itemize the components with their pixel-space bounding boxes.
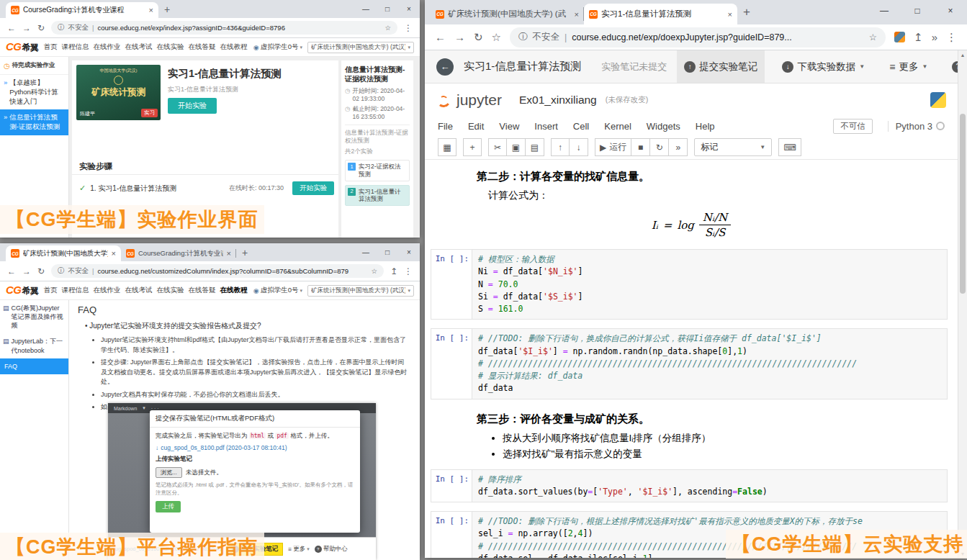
experiment-list-item[interactable]: 2实习1-信息量计算法预测 — [345, 185, 410, 206]
reload-icon[interactable]: ↻ — [37, 23, 45, 33]
share-icon[interactable]: ↥ — [914, 31, 923, 44]
url-field[interactable]: ⓘ 不安全 | course.educg.net/exp/index.jsp?a… — [51, 21, 397, 35]
maximize-button[interactable]: □ — [377, 243, 398, 261]
paste-cell-button[interactable]: ▤ — [526, 138, 544, 156]
code-cell[interactable]: In [ ]:# //TODO: 删除下行语句，换成你自己的计算公式，获得Ii值… — [431, 328, 948, 399]
scrollbar-thumb[interactable] — [960, 114, 966, 294]
back-icon[interactable]: ← — [435, 31, 446, 43]
nav-item[interactable]: 在线教程 — [220, 286, 248, 295]
save-button[interactable]: ▦ — [438, 138, 456, 156]
nav-item[interactable]: 在线实验 — [157, 42, 184, 52]
nav-item[interactable]: 在线作业 — [94, 42, 121, 52]
scrollbar[interactable]: ▲ ▼ — [958, 50, 967, 558]
nav-item[interactable]: 在线作业 — [94, 286, 121, 295]
reload-icon[interactable]: ↻ — [37, 266, 45, 276]
browse-button[interactable]: 浏览... — [156, 467, 182, 478]
code-cell[interactable]: In [ ]:# 降序排序df_data.sort_values(by=['Ty… — [431, 469, 948, 503]
menu-cell[interactable]: Cell — [573, 121, 589, 132]
more-menu[interactable]: ≡更多▼ — [882, 50, 935, 83]
nav-item[interactable]: 在线答疑 — [189, 42, 216, 52]
back-icon[interactable]: ← — [7, 266, 16, 276]
start-experiment-button[interactable]: 开始实验 — [168, 98, 217, 114]
nav-item[interactable]: 在线实验 — [157, 286, 184, 295]
forward-icon[interactable]: → — [454, 31, 465, 43]
nav-item[interactable]: 在线考试 — [125, 286, 153, 295]
close-button[interactable]: × — [934, 0, 967, 22]
bookmark-star-icon[interactable]: ☆ — [492, 31, 501, 44]
tab-close-icon[interactable]: × — [575, 10, 579, 19]
course-banner[interactable]: 中国地质大学(武汉) 矿床统计预测 陈建平 实习 — [76, 65, 161, 120]
close-button[interactable]: × — [398, 0, 420, 17]
run-button[interactable]: ▶运行 — [595, 138, 631, 156]
restart-run-all-button[interactable]: » — [669, 138, 688, 156]
cut-cell-button[interactable]: ✂ — [488, 138, 507, 156]
course-select[interactable]: 矿床统计预测(中国地质大学) (武汉)▾ — [307, 42, 414, 53]
command-palette-button[interactable]: ⌨ — [778, 138, 801, 156]
upload-button[interactable]: 上传 — [156, 501, 181, 512]
info-icon[interactable]: ⓘ — [58, 23, 65, 32]
add-cell-button[interactable]: + — [463, 138, 482, 156]
browser-tab[interactable]: CGCourseGrading:计算机专业课程× — [6, 2, 158, 18]
tab-close-icon[interactable]: × — [728, 10, 732, 19]
menu-help[interactable]: Help — [696, 121, 715, 132]
bookmark-star-icon[interactable]: ☆ — [869, 32, 877, 42]
extensions-icon[interactable]: » — [932, 31, 937, 43]
copy-cell-button[interactable]: ▣ — [507, 138, 526, 156]
share-icon[interactable]: ↥ — [390, 266, 397, 276]
forward-icon[interactable]: → — [22, 266, 31, 276]
cell-type-select[interactable]: 标记▼ — [694, 138, 772, 156]
more-menu[interactable]: ≡更多▾ — [288, 545, 309, 554]
browser-menu-icon[interactable]: ⋮ — [404, 23, 413, 33]
move-up-button[interactable]: ↑ — [551, 138, 570, 156]
nav-item[interactable]: 课程信息 — [62, 286, 89, 295]
maximize-button[interactable]: □ — [901, 0, 934, 22]
nav-item[interactable]: 在线答疑 — [189, 286, 216, 295]
info-icon[interactable]: ⓘ — [518, 31, 528, 43]
nav-item[interactable]: 首页 — [44, 286, 58, 295]
sidebar-item[interactable]: ▤JupyterLab：下一代notebook — [0, 333, 68, 358]
reload-icon[interactable]: ↻ — [474, 31, 483, 44]
menu-edit[interactable]: Edit — [468, 121, 484, 132]
cg-logo[interactable]: CG希翼 — [6, 284, 39, 297]
new-tab-button[interactable]: + — [743, 6, 750, 18]
nav-item[interactable]: 课程信息 — [62, 42, 89, 52]
submit-notebook-button[interactable]: ↑提交实验笔记 — [677, 50, 765, 83]
java-extension-icon[interactable] — [894, 32, 905, 42]
url-field[interactable]: ⓘ 不安全 | course.educg.net/exp/doexpJupyte… — [510, 27, 886, 48]
code-input[interactable]: # 降序排序df_data.sort_values(by=['Type', '$… — [472, 470, 947, 502]
bookmark-star-icon[interactable]: ☆ — [371, 267, 377, 275]
browser-tab[interactable]: CG实习1-信息量计算法预测× — [584, 4, 737, 24]
code-input[interactable]: # //TODO: 删除下行语句，换成你自己的计算公式，获得Ii值存储于 df_… — [472, 329, 947, 398]
scroll-up-icon[interactable]: ▲ — [958, 50, 967, 59]
stop-button[interactable]: ■ — [631, 138, 650, 156]
info-icon[interactable]: ⓘ — [58, 266, 65, 276]
back-icon[interactable]: ← — [7, 23, 16, 33]
sidebar-item[interactable]: »信息量计算法预测-证据权法预测 — [0, 109, 68, 135]
jupyter-brand[interactable]: jupyter — [456, 91, 502, 109]
menu-kernel[interactable]: Kernel — [604, 121, 631, 132]
sidebar-item[interactable]: ▤CG(希翼)Jupyter笔记界面及操作视频 — [0, 300, 68, 333]
code-input[interactable]: # 模型区：输入数据Ni = df_data['$N_i$']N = 70.0S… — [472, 250, 947, 319]
close-button[interactable]: × — [398, 243, 420, 261]
trust-button[interactable]: 不可信 — [833, 119, 873, 134]
experiment-list-item[interactable]: 1实习2-证据权法预测 — [345, 160, 410, 181]
menu-insert[interactable]: Insert — [534, 121, 558, 132]
browser-tab[interactable]: CG矿床统计预测(中国地质大学) (武× — [6, 245, 121, 261]
sidebar-item[interactable]: FAQ — [0, 358, 68, 374]
restart-kernel-button[interactable]: ↻ — [650, 138, 669, 156]
code-cell[interactable]: In [ ]:# 模型区：输入数据Ni = df_data['$N_i$']N … — [431, 249, 948, 320]
course-select[interactable]: 矿床统计预测(中国地质大学) (武汉)▾ — [307, 285, 414, 297]
move-down-button[interactable]: ↓ — [570, 138, 588, 156]
nav-item[interactable]: 在线考试 — [125, 42, 153, 52]
tab-close-icon[interactable]: × — [227, 249, 231, 258]
tab-close-icon[interactable]: × — [112, 249, 116, 258]
download-data-button[interactable]: ↓下载实验数据▼ — [775, 50, 872, 83]
cg-logo[interactable]: CG希翼 — [6, 40, 39, 54]
maximize-button[interactable]: □ — [377, 0, 398, 17]
menu-view[interactable]: View — [499, 121, 519, 132]
user-menu[interactable]: ◉虚拟学生0号▾ — [253, 42, 302, 52]
minimize-button[interactable]: — — [355, 243, 377, 261]
browser-tab[interactable]: CG矿床统计预测(中国地质大学) (武× — [431, 4, 584, 24]
bookmark-star-icon[interactable]: ☆ — [384, 24, 391, 32]
tab-close-icon[interactable]: × — [149, 6, 153, 14]
